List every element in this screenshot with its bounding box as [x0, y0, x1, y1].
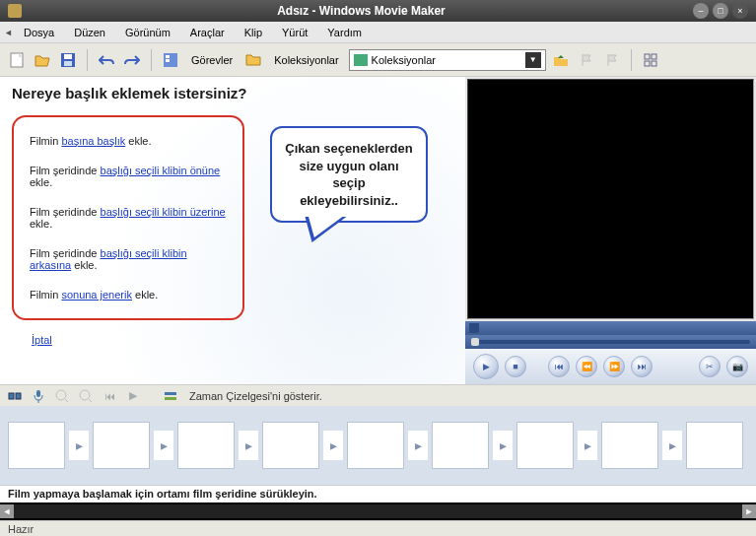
tasks-label[interactable]: Görevler [185, 54, 239, 66]
link-title-on-clip[interactable]: başlığı seçili klibin üzerine [101, 206, 226, 218]
storyboard-slot[interactable] [177, 422, 235, 469]
flag-icon [606, 53, 618, 67]
split-button[interactable]: ✂ [699, 356, 721, 377]
svg-rect-8 [652, 54, 656, 59]
narrate-button[interactable] [30, 387, 47, 405]
link-credits-end[interactable]: sonuna jenerik [61, 289, 132, 301]
transition-slot[interactable]: ▸ [578, 431, 597, 460]
collections-icon-button[interactable] [242, 49, 264, 71]
timeline-toggle-label[interactable]: Zaman Çizelgesi'ni gösterir. [189, 390, 322, 402]
collections-dropdown[interactable]: Koleksiyonlar ▼ [349, 49, 546, 71]
menu-view[interactable]: Görünüm [115, 25, 180, 40]
option-title-on-clip: Film şeridinde başlığı seçili klibin üze… [30, 206, 227, 230]
horizontal-scrollbar[interactable]: ◄ ► [0, 502, 756, 520]
transition-slot[interactable]: ▸ [239, 431, 258, 460]
zoom-in-button[interactable] [53, 387, 71, 405]
separator [151, 49, 152, 71]
svg-rect-2 [64, 54, 72, 59]
up-button[interactable] [550, 49, 572, 71]
close-button[interactable]: × [732, 3, 748, 19]
main-area: Nereye başlık eklemek istersiniz? Filmin… [0, 77, 756, 384]
rewind-button[interactable]: ⏪ [576, 356, 597, 377]
storyboard-slot[interactable] [432, 422, 489, 469]
minimize-button[interactable]: – [693, 3, 709, 19]
tasks-icon [164, 53, 177, 67]
redo-icon [124, 53, 140, 67]
zoom-in-icon [55, 389, 69, 403]
storyboard-slot[interactable] [686, 422, 743, 469]
collections-label[interactable]: Koleksiyonlar [268, 54, 344, 66]
new-file-icon [10, 52, 24, 68]
open-button[interactable] [32, 49, 53, 71]
storyboard-hint: Film yapmaya başlamak için ortamı film ş… [0, 485, 756, 502]
nav-button-2[interactable] [601, 49, 623, 71]
menu-tools[interactable]: Araçlar [180, 25, 235, 40]
fullscreen-icon[interactable] [469, 323, 479, 333]
storyboard-slot[interactable] [601, 422, 658, 469]
seek-thumb[interactable] [471, 338, 479, 346]
svg-rect-0 [11, 53, 23, 67]
menu-file[interactable]: Dosya [14, 25, 64, 40]
menu-clip[interactable]: Klip [235, 25, 272, 40]
folder-green-icon [354, 54, 368, 66]
seek-track[interactable] [471, 340, 750, 344]
separator [87, 49, 88, 71]
option-title-after-clip: Film şeridinde başlığı seçili klibin ark… [30, 247, 227, 271]
scroll-right-button[interactable]: ► [742, 504, 756, 518]
menu-edit[interactable]: Düzen [64, 25, 115, 40]
stop-button[interactable]: ■ [505, 356, 526, 377]
maximize-button[interactable]: □ [713, 3, 728, 19]
menu-play[interactable]: Yürüt [272, 25, 317, 40]
instruction-callout: Çıkan seçeneklerden size uygun olanı seç… [270, 126, 428, 223]
nav-button-1[interactable] [576, 49, 597, 71]
scroll-left-button[interactable]: ◄ [0, 504, 14, 518]
cancel-link[interactable]: İptal [32, 334, 52, 346]
transition-slot[interactable]: ▸ [69, 431, 89, 460]
scroll-track[interactable] [14, 504, 742, 518]
video-control-bar [465, 321, 756, 335]
new-button[interactable] [6, 49, 28, 71]
storyboard-slot[interactable] [93, 422, 150, 469]
chevron-down-icon[interactable]: ▼ [525, 52, 541, 68]
snapshot-button[interactable]: 📷 [726, 356, 748, 377]
grid-view-icon [644, 53, 657, 67]
timeline-toggle-button[interactable] [162, 387, 179, 405]
forward-button[interactable]: ⏩ [603, 356, 625, 377]
option-title-before-clip: Film şeridinde başlığı seçili klibin önü… [30, 165, 227, 188]
storyboard-slot[interactable] [347, 422, 404, 469]
prev-button[interactable]: ⏮ [548, 356, 570, 377]
preview-pane: ▶ ■ ⏮ ⏪ ⏩ ⏭ ✂ 📷 [465, 77, 756, 384]
player-controls: ▶ ■ ⏮ ⏪ ⏩ ⏭ ✂ 📷 [465, 349, 756, 384]
zoom-out-button[interactable] [77, 387, 95, 405]
storyboard-slot[interactable] [262, 422, 319, 469]
link-title-before-clip[interactable]: başlığı seçili klibin önüne [101, 165, 221, 176]
menu-help[interactable]: Yardım [317, 25, 372, 40]
next-button[interactable]: ⏭ [631, 356, 653, 377]
show-storyboard-button[interactable] [6, 387, 24, 405]
seek-bar[interactable] [465, 335, 756, 349]
task-pane: Nereye başlık eklemek istersiniz? Filmin… [0, 77, 465, 384]
storyboard-slot[interactable] [8, 422, 65, 469]
view-button[interactable] [640, 49, 661, 71]
redo-button[interactable] [121, 49, 143, 71]
svg-rect-5 [166, 55, 170, 58]
rewind-timeline-button[interactable]: ⏮ [101, 387, 118, 405]
save-button[interactable] [57, 49, 79, 71]
timeline-icon [164, 389, 177, 403]
undo-button[interactable] [96, 49, 117, 71]
storyboard-slot[interactable] [516, 422, 574, 469]
transition-slot[interactable]: ▸ [323, 431, 343, 460]
transition-slot[interactable]: ▸ [154, 431, 173, 460]
play-timeline-button[interactable]: ▶ [124, 387, 142, 405]
transition-slot[interactable]: ▸ [408, 431, 428, 460]
menubar-left-arrow[interactable]: ◄ [4, 28, 14, 37]
menubar: ◄ Dosya Düzen Görünüm Araçlar Klip Yürüt… [0, 22, 756, 43]
link-title-beginning[interactable]: başına başlık [61, 135, 125, 147]
transition-slot[interactable]: ▸ [662, 431, 682, 460]
separator [631, 49, 632, 71]
tasks-icon-button[interactable] [160, 49, 181, 71]
timeline-toolbar: ⏮ ▶ Zaman Çizelgesi'ni gösterir. [0, 384, 756, 406]
transition-slot[interactable]: ▸ [493, 431, 513, 460]
svg-rect-3 [64, 61, 72, 66]
play-button[interactable]: ▶ [473, 354, 499, 379]
